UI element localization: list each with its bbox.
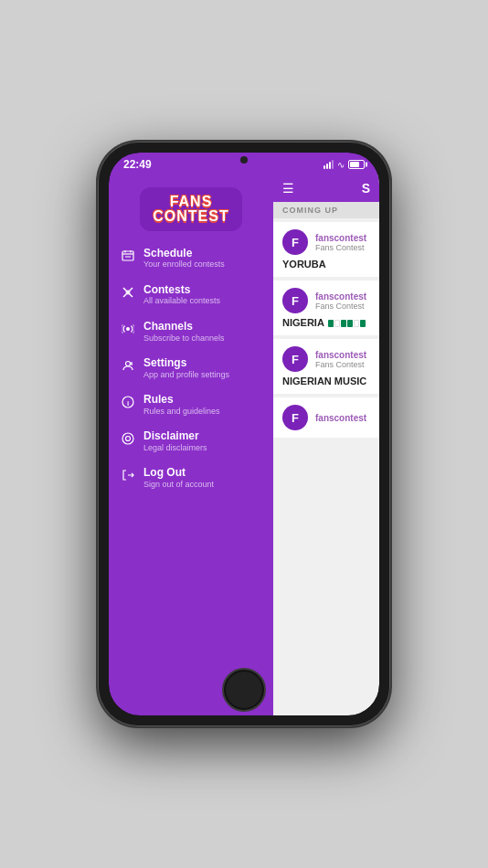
- phone-frame: 22:49 ∿ FANS: [98, 142, 390, 726]
- contests-list: F fanscontest Fans Contest YORUBA: [273, 218, 379, 715]
- right-header: ☰ S: [273, 175, 379, 202]
- card-avatar: F: [282, 346, 308, 372]
- status-time: 22:49: [123, 158, 152, 171]
- nav-items: Schedule Your enrolled contests: [109, 240, 273, 706]
- card-channel: Fans Contest: [315, 302, 370, 311]
- card-title: NIGERIA: [282, 317, 370, 328]
- right-panel: ☰ S COMING UP F fansconte: [273, 175, 379, 715]
- settings-label: Settings: [143, 356, 262, 369]
- disclaimer-text: Disclaimer Legal disclaimers: [143, 429, 262, 453]
- avatar-letter: F: [292, 411, 299, 425]
- right-header-title: S: [362, 181, 370, 196]
- logout-text: Log Out Sign out of account: [143, 466, 262, 490]
- settings-sublabel: App and profile settings: [143, 370, 262, 381]
- card-username: fanscontest: [315, 291, 370, 302]
- rules-label: Rules: [143, 393, 262, 406]
- nigeria-text: NIGERIA: [282, 317, 324, 328]
- channels-sublabel: Subscribe to channels: [143, 333, 262, 344]
- svg-point-16: [126, 437, 131, 441]
- contest-card[interactable]: F fanscontest Fans Contest YORUBA: [273, 222, 379, 277]
- sidebar-item-contests[interactable]: Contests All available contests: [109, 277, 273, 313]
- channels-label: Channels: [143, 320, 262, 333]
- card-top: F fanscontest Fans Contest: [282, 346, 370, 372]
- contests-icon: [120, 284, 136, 301]
- phone-inner: 22:49 ∿ FANS: [109, 153, 379, 715]
- hamburger-icon[interactable]: ☰: [282, 181, 294, 196]
- disclaimer-icon: [120, 430, 136, 447]
- avatar-letter: F: [292, 294, 299, 308]
- card-username: fanscontest: [315, 350, 370, 360]
- rules-icon: i: [120, 394, 136, 410]
- front-camera: [240, 156, 248, 164]
- avatar-letter: F: [292, 353, 299, 366]
- sidebar-item-disclaimer[interactable]: Disclaimer Legal disclaimers: [109, 423, 273, 460]
- card-info: fanscontest Fans Contest: [315, 350, 370, 369]
- card-info: fanscontest Fans Contest: [315, 233, 370, 252]
- contests-text: Contests All available contests: [143, 283, 262, 307]
- card-title: YORUBA: [282, 259, 370, 270]
- section-label: COMING UP: [273, 202, 379, 218]
- settings-icon: [120, 357, 136, 374]
- svg-point-9: [126, 362, 131, 366]
- contest-card[interactable]: F fanscontest Fans Contest NIGERIAN MUSI…: [273, 339, 379, 394]
- svg-point-15: [122, 433, 133, 444]
- content-area: FANS CONTEST: [109, 175, 379, 715]
- logo-contest: CONTEST: [153, 209, 228, 224]
- sidebar-item-schedule[interactable]: Schedule Your enrolled contests: [109, 240, 273, 277]
- card-username: fanscontest: [315, 233, 370, 243]
- schedule-icon: [120, 248, 136, 264]
- sidebar-item-logout[interactable]: Log Out Sign out of account: [109, 460, 273, 496]
- sidebar: FANS CONTEST: [109, 175, 273, 715]
- rules-sublabel: Rules and guidelines: [143, 407, 262, 418]
- card-avatar: F: [282, 229, 308, 255]
- nigeria-flags: [328, 320, 366, 327]
- card-username: fanscontest: [315, 413, 370, 423]
- card-info: fanscontest Fans Contest: [315, 291, 370, 311]
- disclaimer-sublabel: Legal disclaimers: [143, 443, 262, 454]
- card-channel: Fans Contest: [315, 360, 370, 369]
- card-top: F fanscontest Fans Contest: [282, 288, 370, 313]
- rules-text: Rules Rules and guidelines: [143, 393, 262, 417]
- schedule-text: Schedule Your enrolled contests: [143, 247, 262, 270]
- card-channel: Fans Contest: [315, 243, 370, 252]
- logout-icon: [120, 467, 136, 483]
- logo-area: FANS CONTEST: [109, 175, 273, 240]
- svg-point-8: [126, 327, 130, 331]
- sidebar-item-settings[interactable]: Settings App and profile settings: [109, 350, 273, 386]
- card-avatar: F: [282, 405, 308, 430]
- schedule-sublabel: Your enrolled contests: [143, 259, 262, 270]
- logout-label: Log Out: [143, 466, 262, 479]
- sidebar-item-rules[interactable]: i Rules Rules and guidelines: [109, 386, 273, 423]
- svg-point-10: [131, 363, 133, 365]
- svg-text:i: i: [127, 399, 129, 408]
- battery-icon: [348, 160, 365, 169]
- svg-rect-0: [122, 251, 133, 260]
- channels-icon: [120, 321, 136, 337]
- signal-icon: [324, 160, 334, 169]
- wifi-icon: ∿: [337, 160, 345, 170]
- screen: 22:49 ∿ FANS: [109, 153, 379, 715]
- card-title: NIGERIAN MUSIC: [282, 376, 370, 386]
- card-top: F fanscontest: [282, 405, 370, 430]
- settings-text: Settings App and profile settings: [143, 356, 262, 380]
- card-top: F fanscontest Fans Contest: [282, 229, 370, 255]
- schedule-label: Schedule: [143, 247, 262, 259]
- avatar-letter: F: [292, 236, 299, 249]
- logo-box: FANS CONTEST: [140, 187, 241, 231]
- contest-card[interactable]: F fanscontest Fans Contest NIGERIA: [273, 281, 379, 335]
- channels-text: Channels Subscribe to channels: [143, 320, 262, 344]
- status-icons: ∿: [324, 160, 365, 170]
- card-avatar: F: [282, 288, 308, 313]
- contest-card[interactable]: F fanscontest: [273, 397, 379, 438]
- logo-fans: FANS: [153, 195, 228, 209]
- logout-sublabel: Sign out of account: [143, 480, 262, 491]
- disclaimer-label: Disclaimer: [143, 429, 262, 442]
- sidebar-item-channels[interactable]: Channels Subscribe to channels: [109, 313, 273, 350]
- card-info: fanscontest: [315, 413, 370, 423]
- contests-label: Contests: [143, 283, 262, 296]
- contests-sublabel: All available contests: [143, 296, 262, 307]
